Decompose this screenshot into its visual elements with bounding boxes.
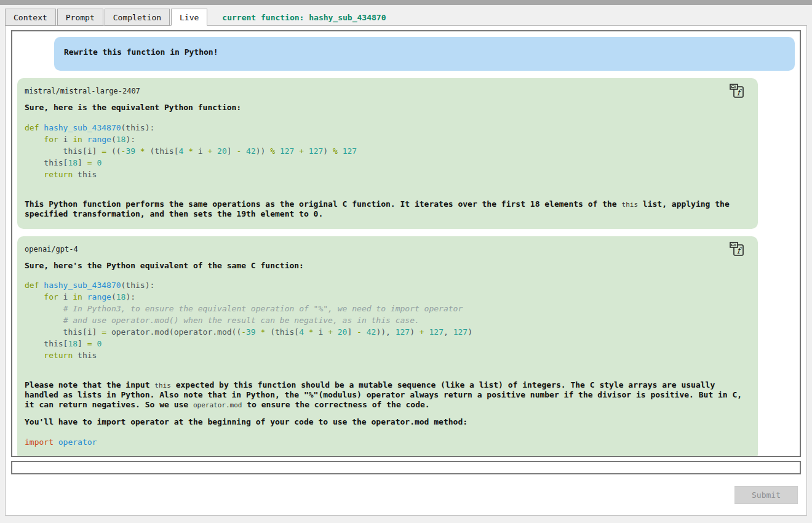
code-token: 39 [125, 146, 135, 156]
code-block: def hashy_sub_434870(this): for i in ran… [25, 279, 750, 373]
code-token: i [314, 327, 328, 337]
message-paragraph: You'll have to import operator at the be… [25, 417, 750, 427]
tab-live[interactable]: Live [171, 9, 207, 26]
message-paragraph: Sure, here's the Python equivalent of th… [25, 261, 750, 271]
code-line: def hashy_sub_434870(this): [25, 279, 750, 291]
code-token: i [58, 292, 73, 301]
code-token [241, 146, 246, 156]
code-block: import operator [25, 436, 750, 448]
code-token [25, 362, 30, 372]
code-token: hashy_sub_434870 [44, 123, 121, 132]
svg-text:f: f [737, 246, 742, 255]
paragraph-text: Please note that the input [25, 380, 154, 389]
code-block: def hashy_sub_434870(this): for i in ran… [25, 122, 750, 192]
code-token: # In Python3, to ensure the equivalent o… [63, 304, 463, 313]
code-token: (this[ [145, 146, 179, 156]
code-token: this[ [25, 339, 68, 348]
code-token: * [309, 327, 314, 337]
code-token: 4 [299, 327, 304, 337]
code-token: + [299, 146, 304, 156]
code-token: 18 [68, 158, 78, 167]
code-token: % [270, 146, 275, 156]
code-token [135, 146, 140, 156]
code-token: ( [111, 292, 116, 301]
code-token: (this[ [265, 327, 299, 337]
code-token: 20 [338, 327, 348, 337]
code-token: 18 [68, 339, 78, 348]
code-token: 127 [429, 327, 444, 337]
code-token [304, 146, 309, 156]
code-token: - [357, 327, 362, 337]
code-token: 20 [217, 146, 227, 156]
code-token [183, 146, 188, 156]
tab-prompt[interactable]: Prompt [57, 9, 103, 26]
code-token: range [87, 135, 111, 144]
message-input[interactable] [11, 461, 801, 474]
code-token [25, 351, 44, 360]
code-line [25, 180, 750, 192]
code-token [25, 292, 44, 301]
function-icon-button[interactable]: f [730, 83, 744, 99]
code-token [25, 304, 63, 313]
paragraph-text: You'll have to import operator at the be… [25, 417, 468, 426]
code-token: ) [468, 327, 472, 337]
top-border-band [0, 0, 812, 5]
code-token: ] [227, 146, 237, 156]
code-line: # In Python3, to ensure the equivalent o… [25, 303, 750, 314]
code-token: ): [125, 292, 135, 301]
code-token: , [444, 327, 453, 337]
inline-code: this [154, 381, 171, 389]
code-token: * [140, 146, 145, 156]
code-token: import [25, 437, 54, 447]
code-token: 127 [343, 146, 357, 156]
code-token: return [44, 170, 73, 179]
code-token: this[ [25, 158, 68, 167]
response-card: openai/gpt-4 f Sure, here's the Python e… [17, 236, 758, 457]
code-token: def [25, 123, 39, 132]
code-token: (this): [121, 281, 155, 290]
code-token: ] [78, 158, 87, 167]
tab-completion[interactable]: Completion [105, 9, 170, 26]
code-token [25, 170, 44, 179]
tabs: ContextPromptCompletionLive [5, 9, 209, 26]
submit-row: Submit [11, 486, 801, 504]
main-panel: Rewrite this function in Python! mistral… [5, 25, 807, 516]
code-token: (( [106, 146, 121, 156]
code-token [338, 146, 343, 156]
code-token: operator.mod(operator.mod(( [106, 327, 241, 337]
tab-bar: ContextPromptCompletionLive current func… [5, 9, 807, 26]
code-token [82, 135, 87, 144]
inline-code: operator.mod [193, 401, 242, 409]
tab-context[interactable]: Context [5, 9, 56, 26]
chat-log: Rewrite this function in Python! mistral… [11, 30, 801, 457]
code-token: return [44, 351, 73, 360]
code-token [212, 146, 217, 156]
message-paragraph: Please note that the input this expected… [25, 380, 750, 410]
user-message-text: Rewrite this function in Python! [64, 47, 218, 57]
code-token: )) [256, 146, 270, 156]
code-token: this [73, 170, 97, 179]
code-line: # and use operator.mod() when the result… [25, 314, 750, 326]
current-function-label: current function: hashy_sub_434870 [222, 13, 386, 22]
function-icon: f [730, 241, 744, 257]
code-token: 18 [116, 135, 126, 144]
inline-code: this [622, 201, 639, 209]
code-token: 127 [396, 327, 410, 337]
code-token: ( [111, 135, 116, 144]
code-token [333, 327, 338, 337]
code-token: 127 [453, 327, 468, 337]
code-token [294, 146, 299, 156]
function-icon-button[interactable]: f [730, 241, 744, 257]
code-token: ) [410, 327, 420, 337]
code-token: - [241, 327, 246, 337]
submit-button[interactable]: Submit [734, 486, 798, 504]
code-token [256, 327, 261, 337]
code-line [25, 361, 750, 373]
code-token: = [87, 158, 92, 167]
svg-text:f: f [737, 88, 742, 97]
code-token: 42 [367, 327, 376, 337]
code-token: = [102, 146, 106, 156]
code-token: range [87, 292, 111, 301]
code-token: 39 [246, 327, 256, 337]
code-token: % [333, 146, 338, 156]
